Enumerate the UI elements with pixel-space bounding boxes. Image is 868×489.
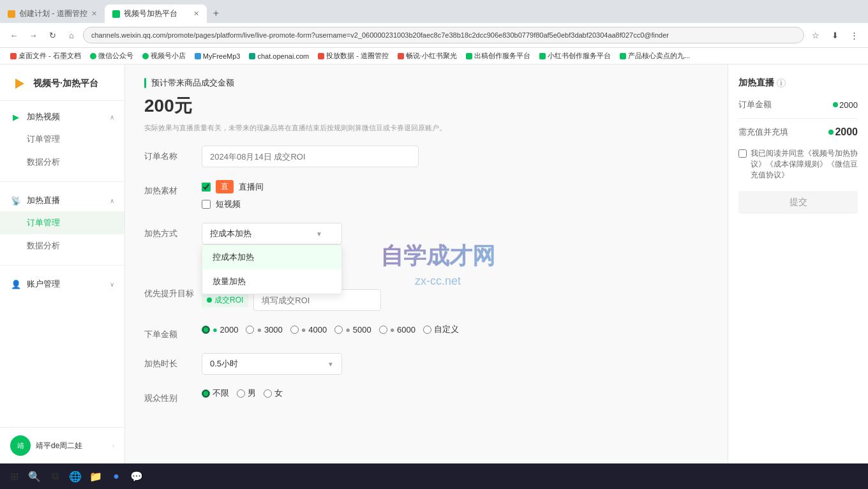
tab1-favicon <box>8 10 15 18</box>
audience-radio-male[interactable] <box>237 389 245 398</box>
watermark-line1: 自学成才网 <box>380 241 495 272</box>
bookmark-8[interactable]: 出稿创作服务平台 <box>462 50 534 62</box>
back-button[interactable]: ← <box>6 27 22 43</box>
logo-text: 视频号·加热平台 <box>33 78 98 89</box>
taskbar-folder[interactable]: 📁 <box>87 467 105 485</box>
sidebar-section-boost-video: ▶ 加热视频 ∧ 订单管理 数据分析 <box>0 101 124 179</box>
amount-radio-2000[interactable] <box>202 326 210 334</box>
browser-tab-1[interactable]: 创建计划 - 道圈管控 ✕ <box>0 4 105 23</box>
sidebar: 视频号·加热平台 ▶ 加热视频 ∧ 订单管理 数据分析 📡 <box>0 64 125 463</box>
predicted-amount-section: 预计带来商品成交金额 200元 实际效果与直播质量有关，未带来的现象品将在直播结… <box>144 77 708 133</box>
priority-label: 优先提升目标 <box>144 283 202 299</box>
bookmark-6[interactable]: 投放数据 - 道圈管控 <box>314 50 393 62</box>
amount-control: ● 2000 ● 3000 ● <box>202 324 708 335</box>
user-profile[interactable]: 靖 靖平de周二娃 › <box>0 427 124 463</box>
bookmark-9[interactable]: 小红书创作服务平台 <box>535 50 615 62</box>
amount-option-6000: ● 6000 <box>379 325 415 335</box>
new-tab-button[interactable]: + <box>207 4 225 23</box>
bookmark-7[interactable]: 畅说·小红书聚光 <box>394 50 461 62</box>
sidebar-item-order-mgmt-video[interactable]: 订单管理 <box>0 128 124 151</box>
duration-select[interactable]: 0.5小时 ▼ <box>202 353 342 375</box>
heat-method-select[interactable]: 控成本加热 ▼ <box>202 223 342 244</box>
audience-radio-female[interactable] <box>264 389 272 398</box>
heat-method-row: 加热方式 控成本加热 ▼ 控成本加热 放量加热 <box>144 223 708 244</box>
taskbar-chrome[interactable]: ● <box>107 467 125 485</box>
sidebar-account-header[interactable]: 👤 账户管理 ∨ <box>0 273 124 295</box>
agreement-checkbox[interactable] <box>738 149 747 158</box>
sidebar-logo: 视频号·加热平台 <box>0 64 124 101</box>
bookmark-5[interactable]: chat.openai.com <box>245 51 313 61</box>
home-button[interactable]: ⌂ <box>64 27 79 43</box>
sidebar-item-data-analysis-video[interactable]: 数据分析 <box>0 151 124 174</box>
taskbar-edge[interactable]: 🌐 <box>66 467 84 485</box>
recharge-row: 需充值并充填 2000 <box>738 126 858 138</box>
sidebar-account-title: 👤 账户管理 <box>10 278 60 290</box>
predicted-amount-note: 实际效果与直播质量有关，未带来的现象品将在直播结束后按规则则算微信豆或卡券退回原… <box>144 123 708 133</box>
sidebar-item-data-analysis-live[interactable]: 数据分析 <box>0 234 124 257</box>
boost-live-icon: 📡 <box>10 195 22 206</box>
tab2-favicon <box>112 10 120 18</box>
form-area: 自学成才网 zx-cc.net 预计带来商品成交金额 200元 实际效果与直播质… <box>125 64 728 463</box>
sidebar-item-order-mgmt-live[interactable]: 订单管理 <box>0 211 124 234</box>
sidebar-boost-live-header[interactable]: 📡 加热直播 ∧ <box>0 190 124 211</box>
avatar: 靖 <box>10 435 31 456</box>
amount-option-3000: ● 3000 <box>246 325 282 335</box>
amount-label-3000: ● 3000 <box>257 325 282 335</box>
browser-tab-2[interactable]: 视频号加热平台 ✕ <box>105 4 207 23</box>
audience-radio-all[interactable] <box>202 389 210 398</box>
download-button[interactable]: ⬇ <box>827 27 842 43</box>
amount-radio-3000[interactable] <box>246 326 254 334</box>
material-label-live: 直播间 <box>239 181 264 193</box>
boost-video-icon: ▶ <box>10 111 22 123</box>
taskbar-search[interactable]: 🔍 <box>26 467 43 485</box>
more-button[interactable]: ⋮ <box>846 27 862 43</box>
audience-label-male: 男 <box>248 387 256 399</box>
amount-label-5000: ● 5000 <box>345 325 371 335</box>
amount-radio-6000[interactable] <box>379 326 387 334</box>
duration-arrow: ▼ <box>327 361 334 368</box>
bookmark-2[interactable]: 微信公众号 <box>86 50 137 62</box>
taskbar-taskview[interactable]: ⧉ <box>46 467 64 485</box>
taskbar-windows[interactable]: ⊞ <box>5 467 23 485</box>
address-text: channels.weixin.qq.com/promote/pages/pla… <box>91 31 669 39</box>
amount-radio-4000[interactable] <box>290 326 299 334</box>
address-bar[interactable]: channels.weixin.qq.com/promote/pages/pla… <box>83 27 804 43</box>
account-icon: 👤 <box>10 278 22 290</box>
amount-dot-6000: ● <box>390 325 395 335</box>
audience-option-female: 女 <box>264 387 283 399</box>
tab2-title: 视频号加热平台 <box>124 8 190 19</box>
order-name-input[interactable] <box>202 146 419 167</box>
amount-label-custom: 自定义 <box>434 324 459 335</box>
bookmark-1[interactable]: 桌面文件 - 石墨文档 <box>6 50 85 62</box>
panel-info-icon[interactable]: i <box>777 79 786 87</box>
audience-label-female: 女 <box>274 387 283 399</box>
bookmark-4[interactable]: MyFreeMp3 <box>191 51 244 61</box>
recharge-coin <box>828 130 834 135</box>
heat-option-volume-boost[interactable]: 放量加热 <box>202 269 341 294</box>
heat-option-cost-control[interactable]: 控成本加热 <box>202 245 341 269</box>
bookmark-3[interactable]: 视频号小店 <box>138 50 190 62</box>
browser-tabs: 创建计划 - 道圈管控 ✕ 视频号加热平台 ✕ + <box>0 0 868 23</box>
order-name-label: 订单名称 <box>144 146 202 162</box>
bookmark-button[interactable]: ☆ <box>808 27 823 43</box>
audience-row: 观众性别 不限 男 女 <box>144 387 708 404</box>
tab1-close[interactable]: ✕ <box>91 10 97 18</box>
forward-button[interactable]: → <box>26 27 41 43</box>
material-checkbox-video[interactable] <box>202 200 211 209</box>
predicted-section-label: 预计带来商品成交金额 <box>144 77 708 89</box>
material-tag-live: 直 <box>216 180 234 193</box>
tab2-close[interactable]: ✕ <box>193 10 199 18</box>
amount-radio-custom[interactable] <box>423 326 431 334</box>
sidebar-boost-video-header[interactable]: ▶ 加热视频 ∧ <box>0 106 124 128</box>
profile-chevron: › <box>112 442 114 449</box>
material-checkbox-live[interactable] <box>202 183 211 192</box>
svg-marker-0 <box>15 79 24 89</box>
bookmark-10[interactable]: 产品核心卖点的九... <box>616 50 694 62</box>
audience-label-all: 不限 <box>213 387 229 399</box>
submit-button[interactable]: 提交 <box>738 191 858 214</box>
browser-toolbar: ← → ↻ ⌂ channels.weixin.qq.com/promote/p… <box>0 23 868 48</box>
amount-radio-5000[interactable] <box>334 326 343 334</box>
refresh-button[interactable]: ↻ <box>45 27 60 43</box>
taskbar-wechat[interactable]: 💬 <box>128 467 146 485</box>
panel-order-total-label: 订单金额 <box>738 99 772 110</box>
